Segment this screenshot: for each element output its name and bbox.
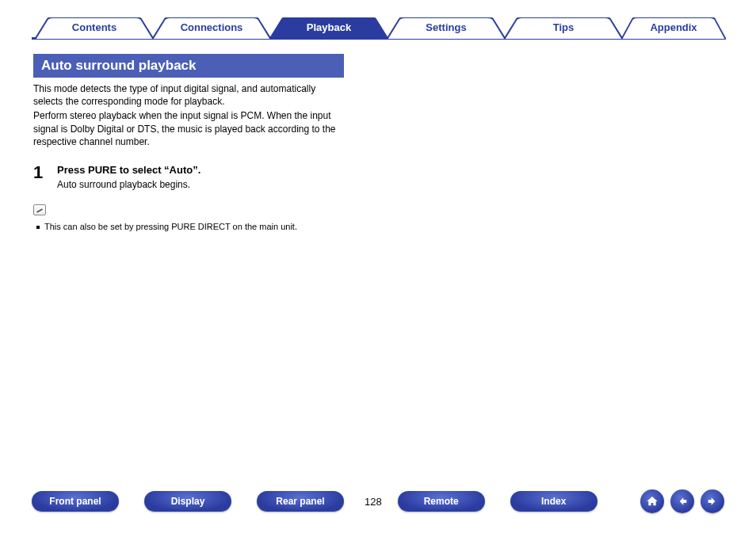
tab-connections[interactable]: Connections bbox=[152, 17, 271, 40]
step-title: Press PURE to select “Auto”. bbox=[57, 164, 200, 176]
step-number: 1 bbox=[33, 162, 57, 190]
tab-label: Settings bbox=[426, 21, 466, 33]
tab-label: Appendix bbox=[650, 21, 697, 33]
note-item: This can also be set by pressing PURE DI… bbox=[44, 222, 363, 231]
section-title: Auto surround playback bbox=[33, 54, 344, 78]
section-para-1: This mode detects the type of input digi… bbox=[33, 82, 344, 108]
tab-playback[interactable]: Playback bbox=[269, 17, 388, 40]
tab-appendix[interactable]: Appendix bbox=[621, 17, 726, 40]
home-icon[interactable] bbox=[640, 489, 664, 513]
next-page-icon[interactable] bbox=[701, 489, 724, 513]
button-index[interactable]: Index bbox=[510, 491, 598, 512]
page-number: 128 bbox=[365, 496, 382, 508]
top-tabbar: Contents Connections Playback Settings T… bbox=[0, 8, 756, 40]
bottom-bar: Front panel Display Rear panel 128 Remot… bbox=[0, 485, 756, 517]
section-para-2: Perform stereo playback when the input s… bbox=[33, 109, 344, 148]
tab-settings[interactable]: Settings bbox=[387, 17, 506, 40]
tab-contents[interactable]: Contents bbox=[35, 17, 154, 40]
tab-label: Connections bbox=[181, 21, 243, 33]
tab-label: Tips bbox=[553, 21, 575, 33]
step-1: 1 Press PURE to select “Auto”. Auto surr… bbox=[33, 162, 363, 190]
button-remote[interactable]: Remote bbox=[398, 491, 485, 512]
tab-tips[interactable]: Tips bbox=[504, 17, 623, 40]
tab-label: Contents bbox=[72, 21, 116, 33]
button-front-panel[interactable]: Front panel bbox=[32, 491, 119, 512]
main-content: Auto surround playback This mode detects… bbox=[0, 40, 396, 231]
button-display[interactable]: Display bbox=[144, 491, 231, 512]
prev-page-icon[interactable] bbox=[670, 489, 694, 513]
note-icon bbox=[33, 204, 46, 215]
button-rear-panel[interactable]: Rear panel bbox=[257, 491, 344, 512]
step-desc: Auto surround playback begins. bbox=[57, 179, 200, 190]
tab-label: Playback bbox=[307, 21, 351, 33]
